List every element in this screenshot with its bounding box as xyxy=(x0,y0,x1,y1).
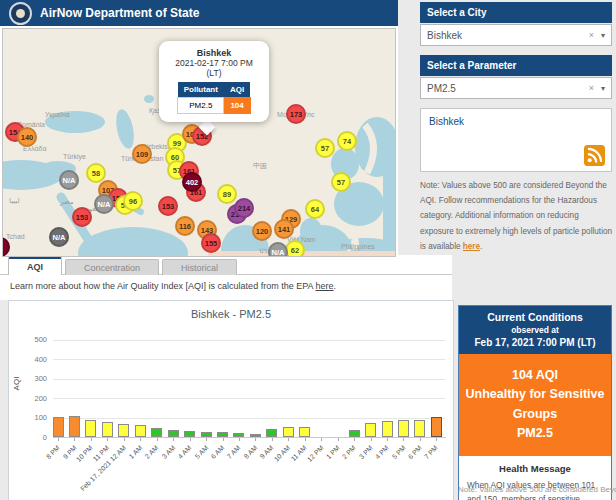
chart-x-tick-label: 2 AM xyxy=(144,444,160,460)
map-marker-aqi[interactable]: 120 xyxy=(252,221,272,241)
feed-city-link[interactable]: Bishkek xyxy=(429,116,464,127)
popup-datetime: 2021-02-17 7:00 PM xyxy=(164,58,264,68)
map-marker-aqi[interactable]: 89 xyxy=(217,184,237,204)
chart-x-tick-label: 10 PM xyxy=(75,444,94,463)
chart-x-tick xyxy=(436,438,437,441)
select-parameter-header: Select a Parameter xyxy=(420,55,612,76)
chart-x-tick-label: 6 PM xyxy=(407,444,423,460)
city-select[interactable]: Bishkek × ▾ xyxy=(420,24,612,46)
map-marker-aqi[interactable]: 64 xyxy=(305,199,325,219)
sidebar-note-here-link[interactable]: here xyxy=(463,242,480,251)
chart-bar xyxy=(135,425,146,437)
map-place-label: Türkiye xyxy=(63,153,86,160)
chart-gridline xyxy=(53,418,445,419)
map-place-label: Philippines xyxy=(341,243,375,250)
chart-title: Bishkek - PM2.5 xyxy=(9,308,453,320)
chart-x-tick xyxy=(157,438,158,441)
chart-x-tick-label: 8 PM xyxy=(45,444,61,460)
chart-bar xyxy=(398,420,409,437)
chart-x-tick-label: 3 AM xyxy=(160,444,176,460)
chart-bar xyxy=(233,433,244,437)
chart-x-tick-label: 4 AM xyxy=(177,444,193,460)
tab-aqi[interactable]: AQI xyxy=(8,257,62,275)
chart-x-tick-label: 10 AM xyxy=(273,444,292,463)
chart-gridline xyxy=(53,398,445,399)
chart-x-tick-label: 7 AM xyxy=(226,444,242,460)
chart-bar xyxy=(102,422,113,437)
chart-x-tick xyxy=(107,438,108,441)
map-marker-aqi[interactable]: 74 xyxy=(337,131,357,151)
map-marker-aqi[interactable]: 173 xyxy=(286,104,306,124)
chart-bar xyxy=(85,420,96,437)
map-marker-aqi[interactable]: 402 xyxy=(182,172,202,192)
map-marker-aqi[interactable]: 116 xyxy=(175,216,195,236)
page: AirNow Department of State xyxy=(0,0,616,500)
chart-y-tick-label: 0 xyxy=(17,433,47,442)
map-place-label: مصر xyxy=(60,198,74,206)
chart-gridline xyxy=(53,379,445,380)
chart-x-tick-label: 5 AM xyxy=(193,444,209,460)
map-marker-aqi[interactable]: 140 xyxy=(17,127,37,147)
map-marker-aqi[interactable]: N/A xyxy=(94,194,114,214)
chart-bar xyxy=(283,427,294,437)
map-marker-aqi[interactable]: 109 xyxy=(132,144,152,164)
chart-x-tick-label: 11 AM xyxy=(289,444,307,462)
city-select-value: Bishkek xyxy=(427,30,589,41)
map-marker-aqi[interactable]: 153 xyxy=(158,196,178,216)
rss-icon[interactable] xyxy=(584,145,605,166)
chart-x-tick-label: 5 PM xyxy=(390,444,406,460)
map-marker-aqi[interactable]: 214 xyxy=(234,198,254,218)
chart-bar xyxy=(217,432,228,437)
chart-y-tick-label: 500 xyxy=(17,335,47,344)
chart-x-tick xyxy=(206,438,207,441)
epa-here-link[interactable]: here xyxy=(316,281,334,291)
popup-col-pollutant: Pollutant xyxy=(178,82,224,98)
chart-panel: Bishkek - PM2.5 AQI 10020030040050008 PM… xyxy=(8,300,454,500)
chart-x-tick xyxy=(58,438,59,441)
map-marker-aqi[interactable]: 141 xyxy=(274,219,294,239)
chart-x-tick xyxy=(91,438,92,441)
parameter-select-value: PM2.5 xyxy=(427,83,589,94)
chart-x-tick xyxy=(239,438,240,441)
current-conditions-title: Current Conditions xyxy=(461,311,609,323)
chart-x-tick xyxy=(288,438,289,441)
map-canvas[interactable]: PhilippinesประเทศไทยViệt Nam中国Монгол Улс… xyxy=(2,28,396,257)
map-marker-aqi[interactable]: 153 xyxy=(72,207,92,227)
map-marker-aqi[interactable]: 62 xyxy=(285,240,305,257)
popup-aqi-value: 104 xyxy=(224,98,250,114)
chart-x-tick-label: 2 PM xyxy=(341,444,357,460)
map-marker-aqi[interactable]: N/A xyxy=(59,170,79,190)
map-marker-aqi[interactable]: N/A xyxy=(268,242,288,257)
map-marker-aqi[interactable]: 57 xyxy=(331,172,351,192)
chart-bar xyxy=(201,432,212,437)
aqi-category: Unhealthy for Sensitive Groups xyxy=(465,385,605,424)
map-place-label: Україна xyxy=(45,111,70,118)
parameter-clear-icon[interactable]: × xyxy=(589,83,594,93)
chart-x-tick xyxy=(140,438,141,441)
parameter-select[interactable]: PM2.5 × ▾ xyxy=(420,77,612,99)
chart-x-tick xyxy=(255,438,256,441)
city-clear-icon[interactable]: × xyxy=(589,30,594,40)
map-marker-aqi[interactable]: 57 xyxy=(315,138,335,158)
chart-x-tick-label: 4 PM xyxy=(374,444,390,460)
chart-y-tick-label: 400 xyxy=(17,355,47,364)
chart-bar xyxy=(299,427,310,437)
chart-x-tick-label: 1 PM xyxy=(324,444,340,460)
chart-bar xyxy=(118,424,129,437)
map-marker-aqi[interactable]: 155 xyxy=(201,233,221,253)
chart-x-tick xyxy=(338,438,339,441)
tab-concentration[interactable]: Concentration xyxy=(65,259,159,275)
tab-historical[interactable]: Historical xyxy=(162,259,237,275)
chart-bar xyxy=(365,423,376,437)
map-marker-aqi[interactable]: N/A xyxy=(49,227,69,247)
popup-timezone: (LT) xyxy=(164,68,264,78)
parameter-caret-icon[interactable]: ▾ xyxy=(601,84,605,93)
epa-info-text: Learn more about how the Air Quality Ind… xyxy=(10,281,316,291)
city-caret-icon[interactable]: ▾ xyxy=(601,31,605,40)
chart-x-tick xyxy=(124,438,125,441)
chart-x-tick xyxy=(305,438,306,441)
map-marker-aqi[interactable]: 96 xyxy=(123,191,143,211)
tab-bar: AQI Concentration Historical xyxy=(8,258,240,275)
map-place-label: ليبيا xyxy=(9,197,20,205)
chart-x-tick xyxy=(223,438,224,441)
